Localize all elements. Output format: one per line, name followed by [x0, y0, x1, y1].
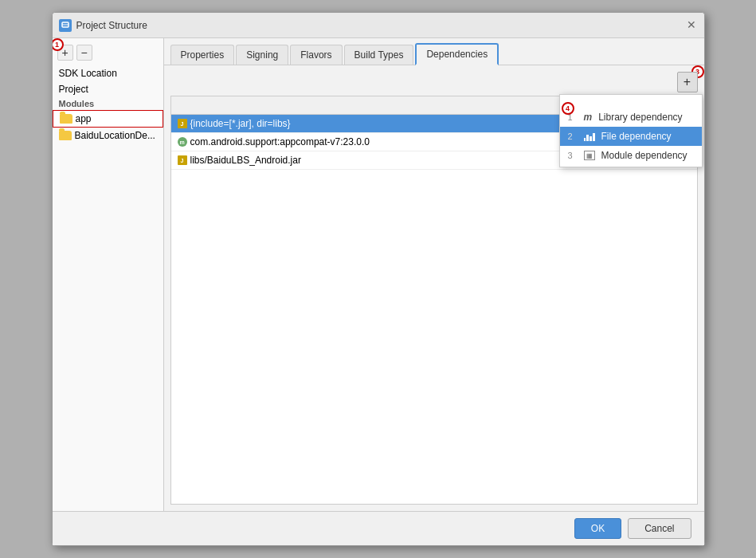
tab-build-types[interactable]: Build Types: [344, 45, 414, 65]
cancel-button[interactable]: Cancel: [628, 518, 691, 539]
title-bar: Project Structure ✕: [53, 13, 704, 38]
jar-icon-2: J: [178, 155, 187, 165]
menu-item-file-dependency[interactable]: 2 File dependency: [560, 127, 702, 146]
ok-button[interactable]: OK: [574, 518, 621, 539]
sidebar: 1 + − SDK Location Project Modules app B…: [53, 38, 164, 511]
module-icon: ▦: [584, 151, 595, 160]
add-btn-container: 3 + 4 1 m: [677, 72, 698, 92]
row-1-name: J {include=[*.jar], dir=libs}: [171, 115, 617, 132]
close-button[interactable]: ✕: [685, 19, 698, 32]
tab-flavors[interactable]: Flavors: [290, 45, 342, 65]
badge-4: 4: [562, 102, 574, 115]
dialog-footer: OK Cancel: [53, 511, 704, 545]
folder-icon-2: [59, 131, 72, 140]
baidulocation-label: BaiduLocationDe...: [75, 130, 155, 141]
lib-icon: m: [178, 137, 187, 147]
main-content: Properties Signing Flavors Build Types D…: [164, 38, 704, 511]
project-structure-dialog: Project Structure ✕ 1 + − SDK Location P…: [52, 12, 705, 546]
bar-chart-icon: [584, 132, 595, 141]
tab-dependencies[interactable]: Dependencies: [415, 43, 499, 65]
jar-icon: J: [178, 119, 187, 128]
content-toolbar: 3 + 4 1 m: [170, 72, 698, 92]
dialog-icon: [59, 19, 72, 32]
dialog-body: 1 + − SDK Location Project Modules app B…: [53, 38, 704, 511]
add-dependency-button[interactable]: +: [677, 72, 698, 92]
library-icon: m: [584, 112, 593, 123]
sidebar-toolbar: 1 + −: [53, 43, 163, 65]
project-label: Project: [59, 84, 88, 95]
dialog-title: Project Structure: [76, 20, 685, 31]
sidebar-item-project[interactable]: Project: [53, 81, 163, 97]
sidebar-item-baidulocation[interactable]: BaiduLocationDe...: [53, 128, 163, 143]
app-label: app: [76, 113, 92, 124]
row-2-name: m com.android.support:appcompat-v7:23.0.…: [171, 133, 617, 151]
library-dependency-label: Library dependency: [598, 112, 682, 123]
menu-item-num-2: 2: [568, 132, 578, 141]
sidebar-item-sdk-location[interactable]: SDK Location: [53, 65, 163, 81]
folder-icon: [60, 114, 72, 124]
column-header-name: [171, 96, 617, 114]
module-dependency-label: Module dependency: [601, 150, 687, 161]
sidebar-remove-button[interactable]: −: [76, 45, 92, 61]
dependency-dropdown-menu: 4 1 m Library dependency 2: [559, 94, 703, 167]
badge-1: 1: [53, 38, 64, 51]
sidebar-item-app[interactable]: app: [53, 110, 163, 128]
sidebar-section-modules: Modules: [53, 97, 163, 110]
menu-item-num-3: 3: [568, 151, 578, 160]
tab-signing[interactable]: Signing: [236, 45, 288, 65]
row-3-name: J libs/BaiduLBS_Android.jar: [171, 151, 617, 169]
content-area: 3 + 4 1 m: [164, 65, 704, 511]
sdk-location-label: SDK Location: [59, 68, 117, 79]
file-dependency-label: File dependency: [601, 131, 672, 142]
tabs-bar: Properties Signing Flavors Build Types D…: [164, 38, 704, 65]
menu-item-module-dependency[interactable]: 3 ▦ Module dependency: [560, 146, 702, 165]
tab-properties[interactable]: Properties: [170, 45, 235, 65]
menu-item-library-dependency[interactable]: 1 m Library dependency: [560, 108, 702, 127]
